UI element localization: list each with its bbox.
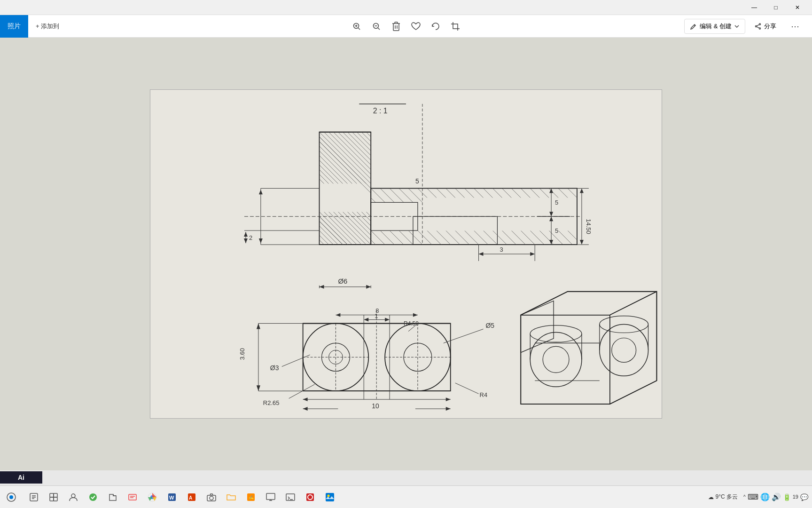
minimize-button[interactable]: —	[743, 0, 765, 15]
technical-drawing: 2 : 1	[150, 90, 662, 418]
share-label: 分享	[764, 22, 776, 31]
svg-text:R4: R4	[480, 391, 488, 398]
notification-icon[interactable]: 💬	[800, 493, 808, 501]
share-button[interactable]: 分享	[749, 19, 782, 33]
add-to-button[interactable]: + 添加到	[28, 15, 67, 38]
edit-create-button[interactable]: 编辑 & 创建	[684, 19, 745, 34]
svg-rect-241	[266, 493, 275, 500]
more-options-button[interactable]: ⋯	[786, 17, 804, 36]
svg-text:Ø6: Ø6	[338, 277, 347, 285]
svg-text:3: 3	[500, 246, 503, 253]
svg-text:A: A	[189, 495, 192, 500]
edit-label: 编辑 & 创建	[700, 22, 732, 31]
taskbar-app-green[interactable]	[84, 488, 102, 507]
close-button[interactable]: ✕	[787, 0, 808, 15]
maximize-button[interactable]: □	[765, 0, 787, 15]
taskbar-monitor[interactable]	[261, 488, 280, 507]
taskbar-red-app[interactable]	[301, 488, 320, 507]
taskbar-word[interactable]: W	[163, 488, 181, 507]
taskbar-right: ☁ 9°C 多云 ^ ⌨ 🌐 🔊 🔋 19 💬	[708, 492, 812, 501]
zoom-out-button[interactable]	[367, 17, 386, 36]
svg-text:Ø5: Ø5	[486, 322, 495, 329]
start-button[interactable]	[0, 486, 23, 508]
svg-text:W: W	[169, 495, 174, 500]
svg-point-227	[89, 493, 97, 501]
svg-rect-248	[326, 493, 334, 501]
svg-point-238	[210, 496, 213, 500]
volume-icon[interactable]: 🔊	[772, 492, 781, 501]
svg-line-14	[757, 26, 759, 28]
svg-rect-15	[151, 90, 662, 418]
svg-rect-224	[50, 497, 54, 501]
crop-button[interactable]	[446, 17, 465, 36]
svg-rect-222	[50, 493, 54, 497]
taskbar-files[interactable]	[103, 488, 122, 507]
main-content: 2 : 1	[0, 38, 812, 470]
taskbar-search[interactable]	[24, 488, 43, 507]
svg-line-5	[378, 28, 380, 30]
taskbar-news[interactable]	[123, 488, 142, 507]
svg-text:R4.50: R4.50	[404, 320, 419, 327]
svg-point-12	[756, 25, 757, 27]
drawing-canvas: 2 : 1	[150, 89, 662, 419]
clock-text: 19	[793, 493, 798, 500]
photos-button[interactable]: 照片	[0, 15, 28, 38]
svg-text:R2.65: R2.65	[263, 399, 280, 406]
svg-text:5: 5	[555, 227, 558, 234]
taskbar-items: W A ✍	[23, 488, 341, 507]
svg-text:✍: ✍	[249, 495, 254, 500]
delete-button[interactable]	[387, 17, 406, 36]
svg-point-249	[328, 494, 330, 497]
network-icon[interactable]: 🌐	[760, 492, 770, 501]
svg-rect-228	[129, 494, 136, 500]
svg-point-226	[71, 494, 75, 498]
svg-rect-225	[54, 497, 57, 501]
svg-point-11	[759, 28, 761, 29]
taskbar-paint[interactable]: ✍	[242, 488, 260, 507]
svg-text:10: 10	[372, 402, 379, 410]
taskbar-terminal[interactable]	[281, 488, 300, 507]
svg-text:8: 8	[375, 307, 379, 314]
keyboard-icon: ⌨	[748, 492, 758, 501]
weather-text: 9°C 多云	[716, 493, 738, 501]
svg-line-13	[757, 24, 759, 26]
zoom-in-button[interactable]	[347, 17, 366, 36]
heart-button[interactable]	[406, 17, 425, 36]
svg-line-1	[359, 28, 360, 30]
battery-icon: 🔋	[783, 493, 791, 501]
taskbar: W A ✍	[0, 485, 812, 508]
svg-text:2 : 1: 2 : 1	[373, 107, 388, 115]
svg-text:14.50: 14.50	[585, 219, 592, 234]
svg-text:5: 5	[555, 199, 558, 206]
taskbar-multitask[interactable]	[44, 488, 63, 507]
svg-point-10	[759, 24, 761, 25]
taskbar-draw[interactable]: A	[182, 488, 201, 507]
app-header: 照片 + 添加到	[0, 15, 812, 38]
svg-text:Ø3: Ø3	[270, 364, 279, 372]
svg-point-217	[9, 495, 13, 499]
taskbar-chrome[interactable]	[143, 488, 162, 507]
header-right: 编辑 & 创建 分享 ⋯	[684, 17, 812, 36]
ai-badge: Ai	[0, 471, 42, 484]
chevron-up-icon[interactable]: ^	[743, 494, 746, 500]
svg-text:5: 5	[415, 177, 419, 185]
taskbar-camera[interactable]	[202, 488, 221, 507]
titlebar: — □ ✕	[0, 0, 812, 15]
toolbar	[347, 17, 465, 36]
taskbar-folder[interactable]	[222, 488, 241, 507]
svg-text:2: 2	[249, 234, 252, 241]
taskbar-photos[interactable]	[320, 488, 339, 507]
weather-icon: ☁	[708, 494, 714, 500]
svg-text:3.60: 3.60	[239, 348, 246, 360]
taskbar-user[interactable]	[64, 488, 83, 507]
svg-rect-223	[54, 493, 57, 497]
rotate-button[interactable]	[426, 17, 445, 36]
